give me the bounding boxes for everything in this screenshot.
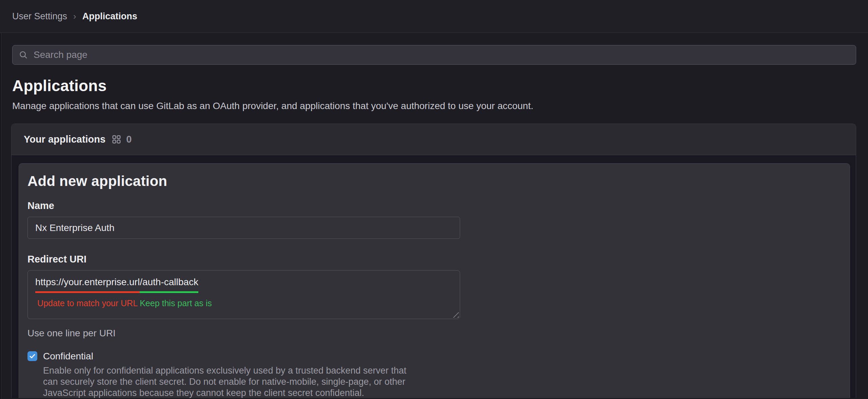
- redirect-uri-label: Redirect URI: [27, 254, 850, 265]
- main-content: Applications Manage applications that ca…: [0, 33, 868, 398]
- panel-title: Your applications: [24, 134, 105, 145]
- breadcrumb: User Settings › Applications: [12, 11, 137, 22]
- application-name-value: Nx Enterprise Auth: [35, 223, 114, 233]
- applications-grid-icon: [112, 135, 121, 144]
- page-description: Manage applications that can use GitLab …: [12, 99, 856, 113]
- annotation-keep-part: Keep this part as is: [140, 298, 212, 308]
- redirect-uri-value: https://your.enterprise.url/auth-callbac…: [35, 277, 198, 293]
- panel-body: Add new application Name Nx Enterprise A…: [12, 155, 856, 398]
- confidential-help: Enable only for confidential application…: [43, 365, 850, 398]
- your-applications-panel: Your applications 0 Add new application …: [11, 124, 856, 398]
- form-title: Add new application: [27, 173, 850, 189]
- collapsed-sidebar-edge: [0, 33, 1, 399]
- applications-count-badge: 0: [126, 134, 132, 145]
- your-applications-header: Your applications 0: [12, 124, 856, 155]
- redirect-uri-path-part: /auth-callback: [140, 277, 198, 293]
- page-search[interactable]: [12, 45, 856, 65]
- breadcrumb-user-settings[interactable]: User Settings: [12, 11, 67, 22]
- confidential-checkbox[interactable]: [27, 351, 37, 361]
- redirect-uri-textarea[interactable]: https://your.enterprise.url/auth-callbac…: [27, 270, 460, 319]
- redirect-uri-host-part: https://your.enterprise.url: [35, 277, 140, 293]
- redirect-uri-annotations: https://your.enterprise.url Update to ma…: [35, 296, 212, 308]
- search-icon: [19, 50, 28, 60]
- search-input[interactable]: [34, 49, 850, 60]
- breadcrumb-applications: Applications: [82, 11, 137, 22]
- topbar: User Settings › Applications: [0, 0, 868, 33]
- annotation-update-url: Update to match your URL: [35, 298, 140, 308]
- chevron-right-icon: ›: [67, 11, 82, 22]
- page-title: Applications: [12, 76, 856, 95]
- application-name-input[interactable]: Nx Enterprise Auth: [27, 217, 460, 239]
- redirect-uri-help: Use one line per URI: [27, 328, 850, 339]
- checkbox-check-icon: [29, 353, 36, 359]
- add-new-application-card: Add new application Name Nx Enterprise A…: [19, 163, 850, 398]
- name-label: Name: [27, 200, 850, 211]
- confidential-label[interactable]: Confidential: [43, 350, 93, 362]
- textarea-resize-handle[interactable]: [453, 312, 459, 318]
